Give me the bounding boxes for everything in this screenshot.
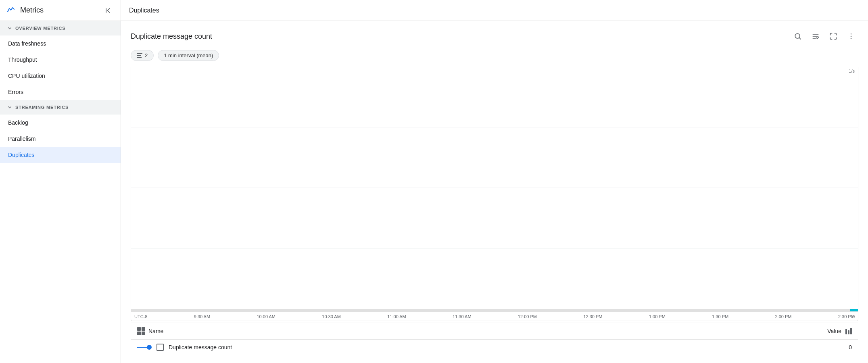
- svg-point-5: [851, 36, 852, 37]
- sidebar-section-overview[interactable]: OVERVIEW METRICS: [0, 21, 121, 35]
- x-label-1200: 12:00 PM: [518, 314, 537, 319]
- x-label-200: 2:00 PM: [775, 314, 792, 319]
- legend-row-name: Duplicate message count: [169, 344, 232, 350]
- legend-name-header: Name: [137, 327, 163, 335]
- sidebar-item-parallelism[interactable]: Parallelism: [0, 131, 121, 147]
- interval-label: 1 min interval (mean): [164, 52, 213, 58]
- chevron-down-icon: [6, 25, 13, 31]
- sidebar-item-cpu-utilization[interactable]: CPU utilization: [0, 68, 121, 84]
- filter-count: 2: [145, 52, 148, 58]
- legend-name-header-text: Name: [148, 328, 163, 334]
- chart-title-row: Duplicate message count: [131, 29, 858, 44]
- interval-pill[interactable]: 1 min interval (mean): [158, 50, 219, 61]
- sidebar-header-left: Metrics: [6, 5, 44, 16]
- sidebar-item-throughput[interactable]: Throughput: [0, 52, 121, 68]
- sidebar: Metrics OVERVIEW METRICS Data freshness …: [0, 0, 121, 363]
- sidebar-header: Metrics: [0, 0, 121, 21]
- legend-checkbox[interactable]: [156, 344, 164, 351]
- fullscreen-button[interactable]: [826, 29, 841, 44]
- y-axis-zero-label: 0: [852, 314, 855, 319]
- legend-row-left: Duplicate message count: [137, 344, 232, 351]
- legend-value-header-text: Value: [827, 328, 841, 334]
- y-axis-max-label: 1/s: [849, 69, 855, 73]
- grid-line: [131, 188, 858, 188]
- app-title: Metrics: [20, 6, 44, 15]
- grid-line: [131, 248, 858, 249]
- more-options-button[interactable]: [844, 29, 858, 44]
- chart-container: Duplicate message count: [121, 21, 868, 363]
- overview-section-label: OVERVIEW METRICS: [15, 26, 65, 31]
- x-label-utc: UTC-8: [134, 314, 147, 319]
- x-label-130: 1:30 PM: [712, 314, 728, 319]
- legend-value-header: Value: [827, 328, 852, 334]
- x-label-1030: 10:30 AM: [322, 314, 340, 319]
- chart-title: Duplicate message count: [131, 32, 212, 41]
- sidebar-item-duplicates[interactable]: Duplicates: [0, 147, 121, 163]
- sidebar-collapse-button[interactable]: [103, 5, 114, 16]
- x-label-1230: 12:30 PM: [583, 314, 602, 319]
- streaming-section-label: STREAMING METRICS: [15, 105, 69, 110]
- x-label-1000: 10:00 AM: [257, 314, 275, 319]
- chevron-down-icon-streaming: [6, 104, 13, 111]
- x-axis-labels: UTC-8 9:30 AM 10:00 AM 10:30 AM 11:00 AM…: [131, 314, 858, 319]
- legend-button[interactable]: [808, 29, 823, 44]
- legend-dot: [147, 345, 152, 350]
- x-label-100: 1:00 PM: [649, 314, 666, 319]
- x-label-1100: 11:00 AM: [387, 314, 406, 319]
- chart-area: 1/s UTC-8 9:30 AM 10:00 AM 10:30: [131, 66, 858, 321]
- search-button[interactable]: [791, 29, 805, 44]
- sidebar-section-streaming[interactable]: STREAMING METRICS: [0, 100, 121, 115]
- filter-count-pill[interactable]: 2: [131, 50, 154, 61]
- legend-row-value: 0: [849, 344, 852, 350]
- page-title: Duplicates: [129, 7, 159, 14]
- filter-lines-icon: [137, 53, 142, 58]
- legend-row: Duplicate message count 0: [131, 340, 858, 355]
- x-axis: UTC-8 9:30 AM 10:00 AM 10:30 AM 11:00 AM…: [131, 311, 858, 321]
- svg-point-4: [851, 33, 852, 35]
- legend-line-indicator: [137, 345, 152, 350]
- legend-table: Name Value: [131, 323, 858, 355]
- sidebar-item-backlog[interactable]: Backlog: [0, 115, 121, 131]
- grid-line: [131, 127, 858, 127]
- svg-point-6: [851, 38, 852, 40]
- x-label-1130: 11:30 AM: [453, 314, 471, 319]
- sidebar-item-data-freshness[interactable]: Data freshness: [0, 35, 121, 52]
- columns-icon[interactable]: [845, 328, 852, 334]
- metrics-logo-icon: [6, 5, 16, 16]
- main-content: Duplicates Duplicate message count: [121, 0, 868, 363]
- sidebar-item-errors[interactable]: Errors: [0, 84, 121, 100]
- main-header: Duplicates: [121, 0, 868, 21]
- chart-toolbar: [791, 29, 858, 44]
- x-label-930: 9:30 AM: [194, 314, 210, 319]
- chart-plot-area: 1/s: [131, 66, 858, 309]
- legend-header: Name Value: [131, 323, 858, 340]
- chart-filters: 2 1 min interval (mean): [131, 50, 858, 61]
- legend-grid-icon: [137, 327, 145, 335]
